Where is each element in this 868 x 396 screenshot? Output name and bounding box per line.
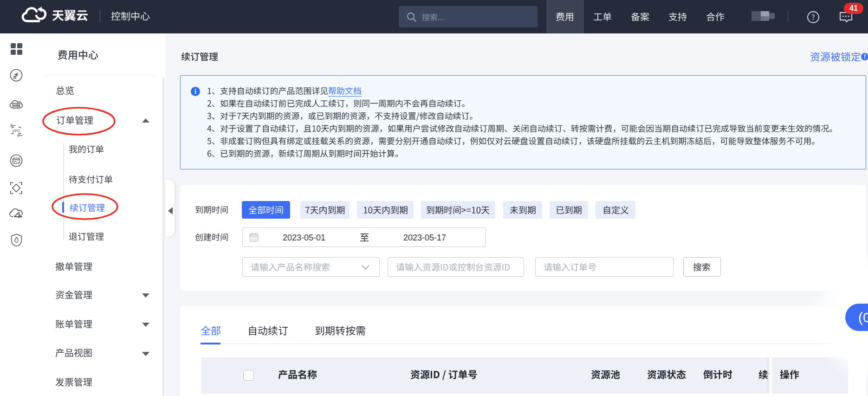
svg-text:VPC: VPC	[12, 129, 20, 133]
